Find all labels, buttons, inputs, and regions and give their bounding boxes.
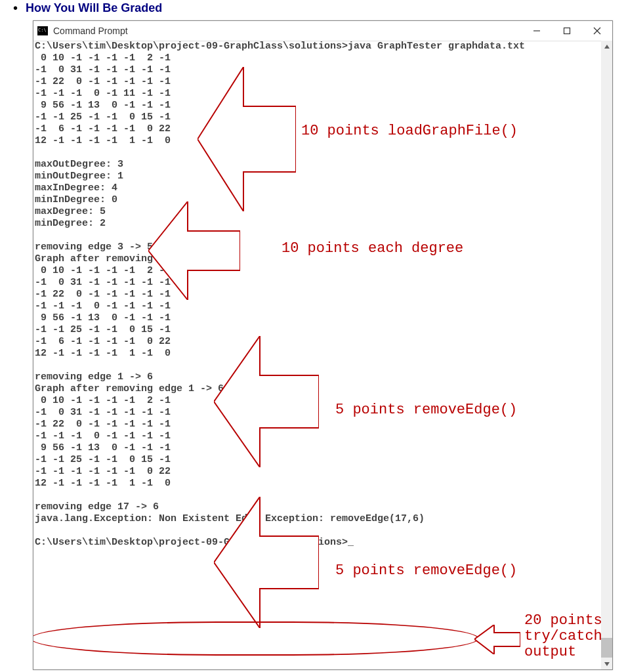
svg-marker-4	[198, 67, 296, 211]
bullet-icon: •	[13, 1, 18, 14]
annotation-removeedge1: 5 points removeEdge()	[335, 402, 517, 418]
svg-rect-1	[564, 28, 570, 34]
svg-marker-8	[474, 625, 520, 654]
window-title: Command Prompt	[53, 26, 522, 36]
circle-annotation-icon	[33, 621, 479, 656]
command-prompt-window: Command Prompt C:\Users\tim\Desktop\proj…	[33, 20, 613, 670]
maximize-button[interactable]	[552, 21, 582, 41]
annotation-loadgraph: 10 points loadGraphFile()	[301, 123, 518, 139]
scroll-down-button[interactable]	[601, 658, 612, 669]
svg-marker-6	[214, 336, 319, 467]
titlebar[interactable]: Command Prompt	[33, 21, 612, 41]
scroll-up-button[interactable]	[601, 41, 612, 52]
annotation-trycatch: 20 points try/catch output	[524, 613, 602, 660]
page-title: How You Will Be Graded	[26, 1, 162, 15]
arrow-icon	[198, 67, 296, 211]
annotation-removeedge2: 5 points removeEdge()	[335, 562, 517, 579]
arrow-icon	[474, 625, 520, 654]
svg-marker-7	[214, 497, 319, 628]
annotation-line: output	[524, 644, 602, 660]
arrow-icon	[214, 497, 319, 628]
annotation-degree: 10 points each degree	[282, 240, 463, 257]
annotation-line: try/catch	[524, 629, 602, 644]
svg-marker-10	[604, 662, 610, 666]
minimize-button[interactable]	[522, 21, 552, 41]
vertical-scrollbar[interactable]	[601, 41, 612, 669]
close-button[interactable]	[582, 21, 612, 41]
arrow-icon	[148, 201, 240, 300]
scroll-thumb[interactable]	[601, 638, 612, 658]
arrow-icon	[214, 336, 319, 467]
annotation-line: 20 points	[524, 613, 602, 629]
svg-marker-5	[148, 201, 240, 300]
cmd-icon	[37, 26, 48, 35]
svg-marker-9	[604, 45, 610, 49]
